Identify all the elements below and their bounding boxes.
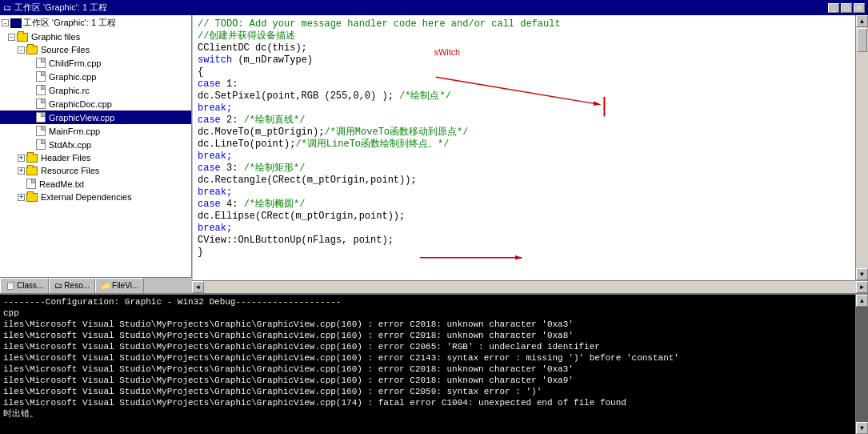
tree-label-resource-files: Resource Files [39, 166, 99, 175]
tree-item-stdafxcpp[interactable]: StdAfx.cpp [0, 138, 191, 151]
output-text-6: iles\Microsoft Visual Studio\MyProjects\… [3, 376, 574, 385]
output-text-8: iles\Microsoft Visual Studio\MyProjects\… [3, 398, 626, 408]
expand-icon-workspace[interactable]: - [2, 19, 9, 26]
tree-item-workspace[interactable]: - 工作区 'Graphic': 1 工程 [0, 15, 191, 30]
code-keyword-case4: case [198, 199, 221, 210]
output-scroll-track[interactable] [856, 307, 868, 422]
code-comment-2: //创建并获得设备描述 [198, 30, 295, 42]
horizontal-scrollbar[interactable]: ◄ ► [192, 280, 868, 293]
output-line-4: iles\Microsoft Visual Studio\MyProjects\… [3, 352, 852, 364]
tree-label-header-files: Header Files [39, 153, 90, 163]
tree-item-readme[interactable]: ReadMe.txt [0, 177, 191, 191]
output-text-1: iles\Microsoft Visual Studio\MyProjects\… [3, 319, 574, 329]
reso-tab-icon: 🗂 [54, 281, 62, 290]
output-scroll-down[interactable]: ▼ [856, 422, 868, 434]
workspace-icon-tree [10, 18, 22, 28]
code-text-9: 2: [221, 115, 244, 126]
code-line-10: dc.MoveTo(m_ptOrigin);/*调用MoveTo函数移动到原点*… [198, 127, 850, 139]
left-panel: - 工作区 'Graphic': 1 工程 - Graphic files [0, 15, 192, 293]
folder-icon-source-files [26, 46, 38, 54]
code-line-7: dc.SetPixel(point,RGB (255,0,0) ); /*绘制点… [198, 90, 850, 102]
code-line-13: case 3: /*绘制矩形*/ [198, 163, 850, 175]
expand-icon-graphic-files[interactable]: - [8, 34, 15, 41]
tree-item-graphicdoccpp[interactable]: GraphicDoc.cpp [0, 97, 191, 111]
code-text-11: dc.LineTo(point); [198, 139, 295, 150]
code-line-4: switch (m_nDrawType) [198, 54, 850, 66]
scroll-right-button[interactable]: ► [856, 281, 868, 293]
tree-item-header-files[interactable]: + Header Files [0, 151, 191, 164]
file-icon-graphicdoccpp [36, 98, 46, 109]
tree-item-mainfirmcpp[interactable]: MainFrm.cpp [0, 124, 191, 138]
maximize-button[interactable]: □ [841, 3, 852, 13]
tree-label-external-deps: External Dependencies [39, 192, 132, 202]
tree-label-graphiccpp: Graphic.cpp [47, 72, 96, 82]
code-text-20: } [198, 247, 203, 258]
expand-icon-header-files[interactable]: + [18, 155, 25, 162]
scroll-down-button[interactable]: ▼ [856, 268, 868, 280]
tree-item-childfirm[interactable]: ChildFrm.cpp [0, 56, 191, 70]
output-scroll-up[interactable]: ▲ [856, 295, 868, 307]
expand-icon-resource-files[interactable]: + [18, 167, 25, 175]
output-line-1: iles\Microsoft Visual Studio\MyProjects\… [3, 319, 852, 330]
output-line-3: iles\Microsoft Visual Studio\MyProjects\… [3, 341, 852, 352]
output-text-3: iles\Microsoft Visual Studio\MyProjects\… [3, 342, 600, 352]
tab-filevi[interactable]: 📁 FileVi... [95, 278, 144, 293]
code-editor[interactable]: // TODO: Add your message handler code h… [192, 15, 855, 280]
vertical-scrollbar[interactable]: ▲ ▼ [855, 15, 868, 280]
code-keyword-case2: case [198, 115, 221, 126]
close-button[interactable]: ✕ [854, 3, 865, 13]
scroll-track[interactable] [856, 27, 868, 268]
output-line-8: iles\Microsoft Visual Studio\MyProjects\… [3, 397, 852, 408]
code-keyword-break4: break; [198, 223, 232, 234]
code-line-5: { [198, 66, 850, 78]
expand-icon-source-files[interactable]: - [18, 46, 25, 54]
code-text-14: dc.Rectangle(CRect(m_ptOrigin,point)); [198, 175, 417, 186]
output-line-2: iles\Microsoft Visual Studio\MyProjects\… [3, 330, 852, 341]
code-line-11: dc.LineTo(point);/*调用LineTo函数绘制到终点。*/ [198, 139, 850, 151]
code-keyword-break3: break; [198, 187, 232, 198]
code-comment-11: /*调用LineTo函数绘制到终点。*/ [295, 139, 449, 150]
tree-item-graphicviewcpp[interactable]: GraphicView.cpp [0, 111, 191, 124]
tree-item-resource-files[interactable]: + Resource Files [0, 164, 191, 177]
output-content: --------Configuration: Graphic - Win32 D… [0, 295, 855, 434]
minimize-button[interactable]: _ [828, 3, 839, 13]
tree-label-graphicviewcpp: GraphicView.cpp [47, 113, 114, 123]
output-text-9: 时出错。 [3, 409, 38, 419]
code-text-6: 1: [221, 78, 238, 90]
tab-reso[interactable]: 🗂 Reso... [49, 278, 95, 293]
folder-icon-external-deps [26, 193, 38, 202]
expand-icon-external-deps[interactable]: + [18, 194, 25, 201]
tab-class[interactable]: 📋 Class... [0, 278, 49, 293]
title-bar: 🗂 工作区 'Graphic': 1 工程 _ □ ✕ [0, 0, 868, 15]
scroll-up-button[interactable]: ▲ [856, 15, 868, 27]
code-line-16: case 4: /*绘制椭圆*/ [198, 199, 850, 211]
tree-item-graphicrc[interactable]: Graphic.rc [0, 83, 191, 97]
workspace-label: 工作区 'Graphic': 1 工程 [23, 17, 116, 29]
class-tab-icon: 📋 [6, 281, 15, 290]
tree-item-graphic-files[interactable]: - Graphic files [0, 30, 191, 43]
code-text-5: { [198, 66, 203, 78]
tree-label-readme: ReadMe.txt [38, 179, 84, 189]
code-content: // TODO: Add your message handler code h… [193, 15, 855, 280]
code-line-20: } [198, 247, 850, 259]
code-line-1: // TODO: Add your message handler code h… [198, 18, 850, 30]
filevi-tab-label: FileVi... [112, 281, 138, 290]
file-icon-graphiccpp [36, 71, 46, 82]
scroll-left-button[interactable]: ◄ [192, 281, 204, 293]
tree-item-external-deps[interactable]: + External Dependencies [0, 191, 191, 203]
code-text-10: dc.MoveTo(m_ptOrigin); [198, 127, 324, 138]
content-area: - 工作区 'Graphic': 1 工程 - Graphic files [0, 15, 868, 293]
tree-label-mainfirmcpp: MainFrm.cpp [47, 127, 100, 136]
code-keyword-case3: case [198, 163, 221, 174]
file-icon-readme [26, 179, 36, 189]
h-scroll-track[interactable] [204, 281, 856, 293]
output-text-7: iles\Microsoft Visual Studio\MyProjects\… [3, 387, 542, 396]
tree-item-graphiccpp[interactable]: Graphic.cpp [0, 70, 191, 83]
scroll-thumb[interactable] [857, 28, 867, 52]
tree-item-source-files[interactable]: - Source Files [0, 43, 191, 56]
code-comment-13: /*绘制矩形*/ [244, 163, 306, 174]
filevi-tab-icon: 📁 [101, 281, 110, 290]
tree-label-graphicrc: Graphic.rc [47, 86, 90, 95]
sidebar[interactable]: - 工作区 'Graphic': 1 工程 - Graphic files [0, 15, 192, 277]
output-scrollbar[interactable]: ▲ ▼ [855, 295, 868, 434]
